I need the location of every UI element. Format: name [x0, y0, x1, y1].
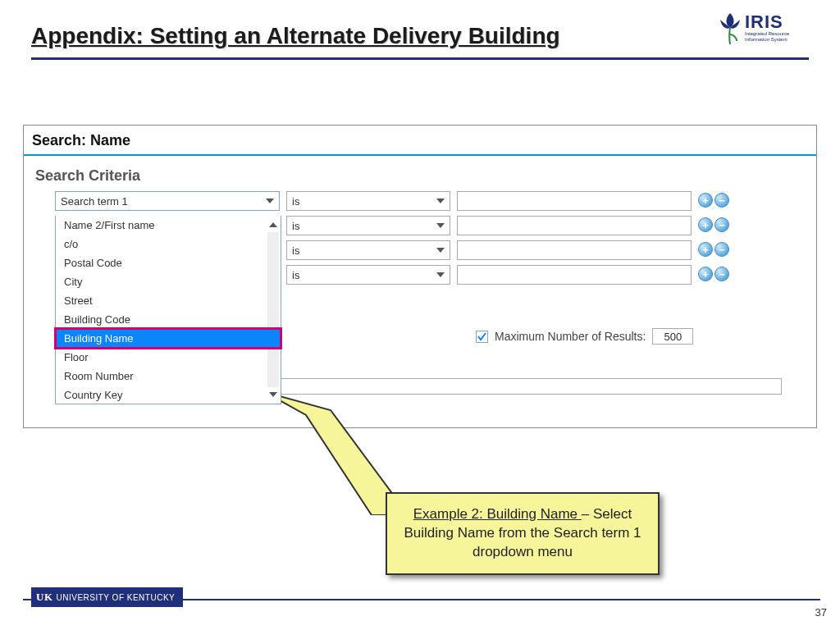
criteria-area: Search term 1 is + − is	[24, 191, 816, 290]
chevron-down-icon	[435, 220, 446, 231]
chevron-down-icon	[435, 244, 446, 256]
dropdown-option[interactable]: Room Number	[56, 367, 281, 386]
search-criteria-title: Search Criteria	[24, 156, 816, 191]
search-term-1-value: Search term 1	[61, 195, 128, 208]
uk-initials: UK	[36, 591, 53, 604]
value-input[interactable]	[457, 240, 692, 260]
search-term-1-dropdown[interactable]: Name 2/First name c/o Postal Code City S…	[55, 216, 281, 404]
iris-logo-sub2: Information System	[745, 37, 789, 43]
operator-select[interactable]: is	[286, 191, 450, 211]
uk-university-text: UNIVERSITY OF KENTUCKY	[57, 593, 176, 602]
dropdown-option[interactable]: Street	[56, 291, 281, 310]
criteria-row: Search term 1 is + −	[35, 191, 816, 216]
max-results-checkbox[interactable]	[476, 331, 488, 343]
instruction-callout: Example 2: Building Name – Select Buildi…	[386, 492, 660, 575]
page-number: 37	[815, 606, 827, 619]
iris-logo-sub1: Integrated Resource	[745, 31, 789, 37]
max-results-label: Maximum Number of Results:	[495, 330, 646, 343]
operator-value: is	[292, 220, 299, 232]
dropdown-option-building-name[interactable]: Building Name	[56, 329, 281, 348]
dropdown-option[interactable]: Building Code	[56, 310, 281, 329]
bottom-text-input[interactable]	[267, 378, 782, 395]
operator-select[interactable]: is	[286, 265, 450, 285]
callout-lead: Example 2: Building Name	[413, 506, 582, 522]
search-panel-header: Search: Name	[24, 126, 816, 156]
dropdown-option[interactable]: City	[56, 272, 281, 291]
dropdown-option[interactable]: Country Key	[56, 386, 281, 404]
page-title: Appendix: Setting an Alternate Delivery …	[31, 23, 560, 49]
uk-badge: UK UNIVERSITY OF KENTUCKY	[31, 587, 183, 607]
operator-select[interactable]: is	[286, 216, 450, 235]
remove-row-button[interactable]: −	[714, 193, 729, 208]
add-row-button[interactable]: +	[698, 267, 713, 281]
add-row-button[interactable]: +	[698, 193, 713, 208]
title-underline	[31, 57, 809, 60]
dropdown-option[interactable]: c/o	[56, 235, 281, 253]
scrollbar-track[interactable]	[267, 232, 279, 387]
value-input[interactable]	[457, 216, 692, 235]
dropdown-option[interactable]: Floor	[56, 348, 281, 367]
iris-logo: IRIS Integrated Resource Information Sys…	[717, 7, 815, 49]
chevron-up-icon[interactable]	[267, 219, 279, 231]
chevron-down-icon	[435, 195, 446, 207]
remove-row-button[interactable]: −	[714, 267, 729, 281]
remove-row-button[interactable]: −	[714, 217, 729, 232]
dropdown-option[interactable]: Postal Code	[56, 253, 281, 272]
search-term-1-select[interactable]: Search term 1	[55, 191, 280, 211]
iris-logo-text: IRIS	[745, 13, 789, 31]
chevron-down-icon	[435, 269, 446, 281]
max-results-row: Maximum Number of Results: 500	[476, 328, 693, 345]
value-input[interactable]	[457, 265, 692, 285]
operator-value: is	[292, 244, 299, 257]
remove-row-button[interactable]: −	[714, 242, 729, 257]
max-results-input[interactable]: 500	[652, 328, 693, 345]
dropdown-option[interactable]: Name 2/First name	[56, 216, 281, 235]
operator-select[interactable]: is	[286, 240, 450, 260]
operator-value: is	[292, 195, 299, 208]
add-row-button[interactable]: +	[698, 242, 713, 257]
chevron-down-icon[interactable]	[267, 389, 279, 400]
add-row-button[interactable]: +	[698, 217, 713, 232]
chevron-down-icon	[264, 195, 276, 207]
max-results-value: 500	[664, 331, 682, 343]
value-input[interactable]	[457, 191, 692, 211]
iris-flower-icon	[717, 11, 743, 44]
operator-value: is	[292, 269, 299, 281]
